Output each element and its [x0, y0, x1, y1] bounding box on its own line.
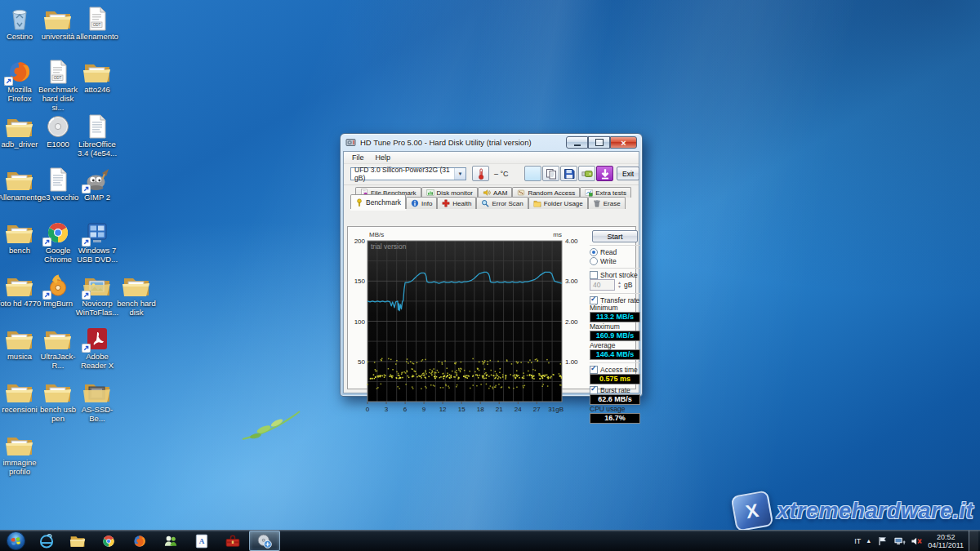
read-radio[interactable]: Read [590, 247, 640, 256]
taskbar-internet-explorer[interactable] [32, 531, 61, 550]
svg-text:21: 21 [496, 406, 503, 413]
show-desktop-button[interactable] [969, 531, 978, 551]
odt-doc-icon: ODT [82, 7, 112, 31]
watermark-text: xtremehardware.it [777, 499, 973, 524]
taskbar-firefox[interactable] [125, 531, 154, 550]
tab-info[interactable]: Info [406, 197, 437, 209]
title-bar[interactable]: HD Tune Pro 5.00 - Hard Disk Utility (tr… [341, 134, 642, 151]
stroke-size-stepper[interactable]: 40 ▲▼ gB [590, 279, 640, 291]
hdtune-window: HD Tune Pro 5.00 - Hard Disk Utility (tr… [340, 133, 643, 397]
minimum-label: Minimum [590, 304, 640, 312]
stroke-size-value[interactable]: 40 [590, 279, 615, 291]
taskbar-toolbox-app[interactable] [218, 531, 247, 550]
tab-label: Health [452, 200, 471, 207]
desktop-icon-novicorp-wintoflas[interactable]: Novicorp WinToFlas... [75, 273, 119, 317]
desktop-icon-immagine-profilo[interactable]: immagine profilo [0, 433, 42, 476]
folder-icon [5, 327, 34, 351]
wordpad-icon: A [194, 533, 210, 549]
radio-icon [590, 257, 598, 265]
tab-folder-usage[interactable]: Folder Usage [528, 197, 588, 209]
desktop-icon-adobe-reader-x[interactable]: Adobe Reader X [75, 327, 119, 370]
download-arrow-icon [599, 168, 611, 180]
drive-select[interactable]: UFD 3.0 Silicon-Power32G (31 gB) ▼ [350, 167, 466, 180]
desktop-icon-windows-7-usb-dvd[interactable]: Windows 7 USB DVD... [75, 220, 119, 264]
usb-button[interactable] [578, 166, 595, 181]
desktop-icon-allenamento[interactable]: ODTallenamento [75, 7, 119, 41]
svg-text:24: 24 [514, 406, 522, 413]
taskbar-windows-explorer[interactable] [63, 531, 92, 550]
tab-health[interactable]: Health [437, 197, 476, 209]
tab-error-scan[interactable]: Error Scan [476, 197, 528, 209]
desktop-icon-label: AS-SSD-Be... [75, 405, 119, 423]
desktop-icon-imgburn[interactable]: ImgBurn [36, 273, 80, 308]
svg-text:trial version: trial version [371, 242, 407, 251]
desktop-icon-bench-usb-pen[interactable]: bench usb pen [36, 380, 80, 423]
desktop-icon-ge3-vecchio[interactable]: ge3 vecchio [36, 167, 80, 202]
access-time-checkbox[interactable]: Access time [590, 365, 640, 374]
desktop-icon-universit[interactable]: università [36, 7, 80, 41]
temperature-button[interactable] [472, 166, 489, 181]
taskbar-google-chrome[interactable] [94, 531, 123, 550]
burst-rate-checkbox[interactable]: Burst rate [590, 385, 640, 394]
desktop-icon-google-chrome[interactable]: Google Chrome [36, 220, 80, 264]
desktop-icon-ultrajack-r[interactable]: UltraJack-R... [36, 327, 80, 370]
desktop-icon-label: GIMP 2 [75, 193, 119, 202]
svg-text:2.00: 2.00 [565, 318, 578, 326]
folder-icon [5, 167, 34, 192]
checkbox-icon [590, 386, 598, 394]
desktop-icon-atto246[interactable]: atto246 [75, 60, 119, 94]
write-radio[interactable]: Write [590, 256, 640, 265]
desktop-icon-e1000[interactable]: E1000 [36, 114, 80, 149]
taskbar-messenger[interactable] [156, 531, 185, 550]
short-stroke-checkbox[interactable]: Short stroke [590, 270, 640, 279]
menu-help[interactable]: Help [370, 153, 397, 162]
tab-erase[interactable]: Erase [588, 197, 626, 209]
menu-bar: File Help [344, 152, 639, 164]
copy-button[interactable] [542, 166, 559, 181]
clock-time: 20:52 [928, 533, 964, 541]
language-indicator[interactable]: IT [854, 537, 861, 545]
exit-button[interactable]: Exit [617, 167, 639, 180]
desktop-icon-label: Google Chrome [36, 246, 80, 264]
start-button[interactable]: Start [592, 230, 638, 242]
menu-file[interactable]: File [346, 153, 370, 162]
burst-rate-value: 62.6 MB/s [590, 394, 640, 405]
recycle-bin-icon [5, 7, 34, 31]
t-extra-tests-icon [585, 189, 593, 197]
stepper-arrows-icon[interactable]: ▲▼ [617, 281, 621, 289]
taskbar-wordpad[interactable]: A [187, 531, 216, 550]
volume-muted-icon[interactable] [911, 536, 923, 546]
network-icon[interactable] [893, 536, 906, 546]
tab-row-front: BenchmarkInfoHealthError ScanFolder Usag… [350, 197, 626, 209]
action-center-flag-icon[interactable] [876, 536, 889, 546]
hidden-icons-button[interactable]: ▲ [866, 538, 871, 544]
save-icon [564, 168, 575, 180]
radio-icon [590, 248, 598, 256]
desktop-icon-label: immagine profilo [0, 458, 42, 476]
tab-label: Extra tests [595, 189, 626, 197]
minimize-button[interactable] [566, 136, 588, 149]
screenshot-button[interactable] [524, 166, 541, 181]
maximize-button[interactable] [588, 136, 610, 149]
close-button[interactable]: × [610, 136, 637, 149]
tab-benchmark[interactable]: Benchmark [350, 194, 406, 209]
firefox-icon [131, 533, 148, 549]
desktop-icon-bench-hard-disk[interactable]: bench hard disk [114, 273, 158, 317]
t-benchmark-icon [355, 198, 363, 207]
svg-text:A: A [199, 537, 205, 545]
download-button[interactable] [596, 166, 613, 181]
desktop-icon-gimp-2[interactable]: GIMP 2 [75, 167, 119, 202]
checkbox-icon [590, 366, 598, 374]
hdtune-icon [256, 533, 273, 549]
chrome-icon [100, 533, 117, 549]
save-button[interactable] [560, 166, 577, 181]
desktop-icon-benchmark-hard-disk-si[interactable]: ODTBenchmark hard disk si... [36, 60, 80, 112]
desktop-icon-as-ssd-be[interactable]: AS-SSD-Be... [75, 380, 119, 423]
cpu-usage-label: CPU usage [590, 406, 640, 413]
taskbar-start-button[interactable] [1, 531, 30, 550]
desktop-icon-libreoffice-3-4-4e54[interactable]: LibreOffice 3.4 (4e54... [75, 114, 119, 158]
taskbar-hdtune[interactable] [249, 531, 280, 551]
cpu-usage-value: 16.7% [590, 413, 640, 424]
clock[interactable]: 20:52 04/11/2011 [928, 533, 964, 549]
odt-doc-icon: ODT [43, 60, 73, 84]
